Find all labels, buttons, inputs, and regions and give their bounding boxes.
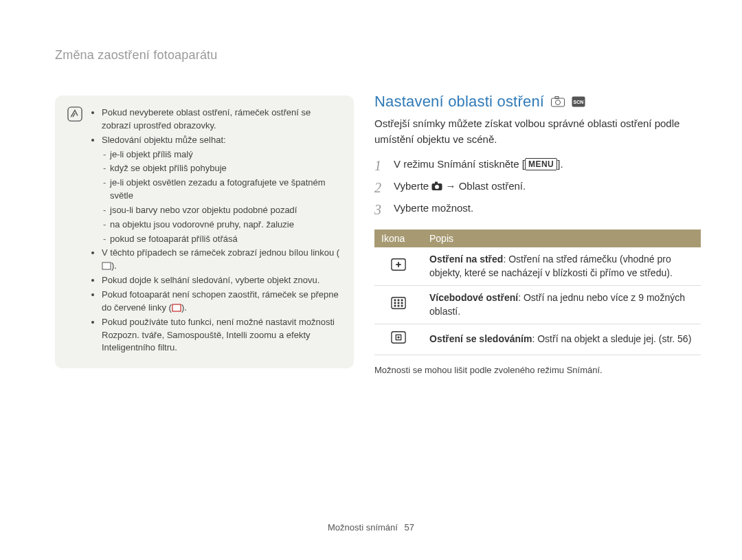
svg-rect-15 (394, 299, 396, 301)
step-number: 2 (374, 180, 384, 195)
svg-rect-1 (102, 262, 111, 269)
svg-rect-23 (401, 305, 403, 307)
note-subitem: je-li objekt osvětlen zezadu a fotografu… (110, 177, 341, 203)
note-icon (67, 107, 82, 122)
svg-rect-17 (401, 299, 403, 301)
svg-rect-20 (401, 302, 403, 304)
note-item: V těchto případech se rámeček zobrazí je… (102, 247, 341, 273)
table-footnote: Možnosti se mohou lišit podle zvoleného … (374, 365, 701, 375)
table-header-icon: Ikona (374, 229, 423, 247)
svg-rect-22 (398, 305, 400, 307)
menu-button-label: MENU (525, 158, 557, 170)
frame-red-icon (172, 304, 181, 312)
tracking-focus-icon (374, 324, 423, 355)
note-item: Sledování objektu může selhat: je-li obj… (102, 134, 341, 246)
steps-list: 1 V režimu Snímání stiskněte [MENU]. 2 V… (374, 158, 701, 217)
notes-body: Pokud nevyberete oblast ostření, rámeček… (91, 105, 341, 356)
table-row: Ostření na střed: Ostření na střed rámeč… (374, 247, 701, 286)
row-title: Ostření na střed (429, 254, 503, 265)
svg-rect-21 (394, 305, 396, 307)
note-item: Pokud nevyberete oblast ostření, rámeček… (102, 107, 341, 133)
svg-text:SCN: SCN (574, 100, 584, 104)
center-focus-icon (374, 247, 423, 286)
svg-rect-4 (555, 97, 559, 99)
page-number: 57 (405, 522, 414, 533)
note-item: Pokud používáte tuto funkci, není možné … (102, 316, 341, 355)
svg-rect-16 (398, 299, 400, 301)
row-title: Ostření se sledováním (429, 333, 532, 344)
focus-options-table: Ikona Popis Ostření na střed: Ostření na… (374, 229, 701, 355)
page-footer: Možnosti snímání 57 (0, 522, 742, 533)
camera-icon (431, 181, 442, 191)
note-subitem: na objektu jsou vodorovné pruhy, např. ž… (110, 219, 341, 232)
row-title: Vícebodové ostření (429, 292, 518, 303)
note-item: Pokud dojde k selhání sledování, vyberte… (102, 274, 341, 287)
step-number: 3 (374, 202, 384, 217)
section-heading: Nastavení oblasti ostření (374, 93, 544, 111)
note-subitem: jsou-li barvy nebo vzor objektu podobné … (110, 204, 341, 217)
svg-point-10 (435, 185, 439, 189)
svg-rect-2 (172, 304, 181, 311)
step-3: 3 Vyberte možnost. (374, 202, 701, 217)
notes-panel: Pokud nevyberete oblast ostření, rámeček… (55, 96, 354, 375)
footer-section: Možnosti snímání (328, 522, 398, 533)
svg-rect-3 (552, 98, 565, 107)
svg-rect-19 (398, 302, 400, 304)
note-subitem: je-li objekt příliš malý (110, 148, 341, 161)
step-1: 1 V režimu Snímání stiskněte [MENU]. (374, 158, 701, 173)
multi-focus-icon (374, 286, 423, 324)
note-item: Pokud fotoaparát není schopen zaostřit, … (102, 289, 341, 315)
mode-program-icon (551, 96, 565, 107)
mode-scene-icon: SCN (572, 96, 585, 107)
svg-point-5 (556, 100, 561, 105)
step-number: 1 (374, 158, 384, 173)
table-row: Ostření se sledováním: Ostří na objekt a… (374, 324, 701, 355)
note-subitem: když se objekt příliš pohybuje (110, 162, 341, 175)
note-subitem: pokud se fotoaparát příliš otřásá (110, 233, 341, 246)
step-2: 2 Vyberte → Oblast ostření. (374, 180, 701, 195)
breadcrumb: Změna zaostření fotoaparátu (55, 48, 701, 63)
table-header-desc: Popis (423, 229, 701, 247)
table-row: Vícebodové ostření: Ostří na jednu nebo … (374, 286, 701, 324)
svg-rect-18 (394, 302, 396, 304)
section-intro: Ostřejší snímky můžete získat volbou spr… (374, 116, 701, 147)
svg-rect-9 (435, 182, 438, 184)
frame-white-icon (102, 262, 111, 270)
